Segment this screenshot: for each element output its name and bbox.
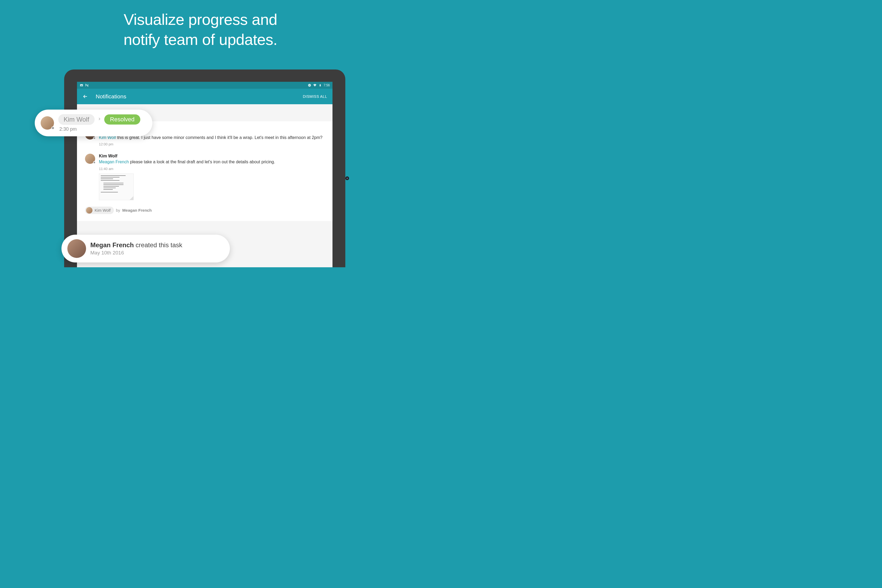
svg-rect-0 bbox=[80, 84, 83, 86]
assignee-pill[interactable]: Kim Wolf bbox=[85, 207, 114, 214]
notification-item[interactable]: Kim Wolf Meagan French please take a loo… bbox=[85, 151, 324, 205]
chevron-right-icon bbox=[97, 116, 102, 122]
headline-line2-rest: of updates. bbox=[198, 31, 278, 48]
nougat-icon bbox=[85, 83, 89, 87]
back-arrow-icon[interactable] bbox=[82, 93, 88, 99]
presence-dot-icon bbox=[51, 126, 54, 130]
marketing-headline: Visualize progress and notify team of up… bbox=[0, 0, 401, 50]
status-change-callout: Kim Wolf Resolved 2:30 pm bbox=[35, 110, 152, 136]
headline-line2-bold: notify team bbox=[123, 31, 198, 48]
presence-dot-icon bbox=[93, 137, 96, 140]
battery-icon bbox=[318, 83, 322, 87]
image-icon bbox=[80, 83, 83, 87]
dismiss-all-button[interactable]: DISMISS ALL bbox=[303, 94, 327, 99]
user-pill[interactable]: Kim Wolf bbox=[58, 114, 94, 125]
avatar[interactable] bbox=[85, 154, 95, 164]
presence-dot-icon bbox=[93, 161, 96, 164]
assignee-name: Kim Wolf bbox=[94, 208, 111, 213]
assignment-row[interactable]: Kim Wolf by Meagan French bbox=[85, 205, 324, 216]
task-created-callout: Megan French created this task May 10th … bbox=[62, 235, 230, 262]
android-status-bar: 7:56 bbox=[77, 82, 333, 89]
page-title: Notifications bbox=[96, 93, 126, 100]
callout-time: 2:30 pm bbox=[59, 126, 144, 132]
notification-time: 11:40 am bbox=[99, 167, 324, 171]
app-bar: Notifications DISMISS ALL bbox=[77, 89, 333, 104]
status-badge: Resolved bbox=[104, 114, 141, 124]
avatar bbox=[68, 239, 86, 258]
status-time: 7:56 bbox=[324, 83, 330, 87]
notification-time: 12:00 pm bbox=[99, 142, 324, 146]
mention[interactable]: Meagan French bbox=[99, 159, 129, 164]
callout-title: Megan French created this task bbox=[90, 242, 222, 249]
tablet-camera-icon bbox=[345, 176, 349, 180]
callout-date: May 10th 2016 bbox=[90, 250, 222, 256]
by-label: by bbox=[116, 208, 120, 213]
notification-author: Kim Wolf bbox=[99, 154, 324, 159]
creator-name: Megan French bbox=[90, 242, 134, 249]
attachment-thumbnail[interactable] bbox=[99, 174, 134, 200]
svg-rect-3 bbox=[320, 84, 321, 87]
dnd-icon bbox=[308, 83, 311, 87]
headline-line1: Visualize progress and bbox=[124, 11, 278, 28]
notification-message: please take a look at the final draft an… bbox=[129, 159, 275, 164]
avatar bbox=[86, 207, 93, 213]
notification-text: Meagan French please take a look at the … bbox=[99, 159, 324, 165]
notification-message: this is great. I just have some minor co… bbox=[116, 135, 322, 140]
wifi-icon bbox=[313, 83, 317, 87]
creator-action: created this task bbox=[134, 242, 182, 249]
assigner-name: Meagan French bbox=[122, 208, 152, 213]
avatar bbox=[40, 116, 54, 130]
